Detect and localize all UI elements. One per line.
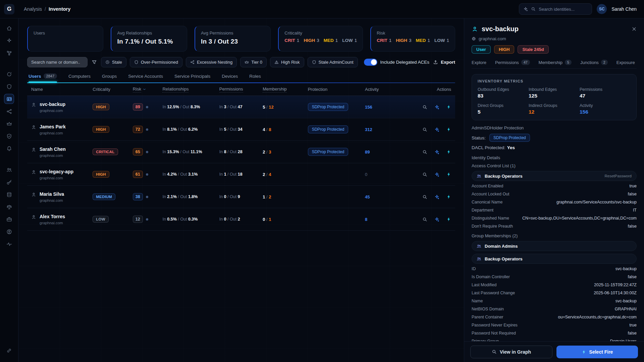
users-icon[interactable] bbox=[4, 165, 14, 175]
global-search[interactable] bbox=[519, 3, 592, 15]
tab-computers[interactable]: Computers bbox=[68, 73, 91, 82]
tab-groups[interactable]: Groups bbox=[102, 73, 117, 82]
inspect-icon[interactable] bbox=[422, 127, 427, 132]
filter-chip-stale-admincount[interactable]: Stale AdminCount bbox=[308, 57, 358, 67]
col-activity[interactable]: Activity bbox=[365, 87, 412, 92]
graph-view-icon[interactable] bbox=[434, 105, 439, 110]
row-name[interactable]: Alex Torres bbox=[40, 214, 65, 219]
inspect-icon[interactable] bbox=[422, 172, 427, 177]
link-icon[interactable] bbox=[4, 346, 14, 356]
col-permissions[interactable]: Permissions bbox=[219, 86, 263, 93]
bolt-icon[interactable] bbox=[446, 149, 451, 154]
inspect-icon[interactable] bbox=[422, 105, 427, 110]
alarm-icon[interactable] bbox=[4, 143, 14, 154]
detail-row: Don't Require Preauthfalse bbox=[472, 224, 637, 232]
account-icon[interactable] bbox=[4, 227, 14, 237]
acl-entry[interactable]: Backup Operators ResetPassword bbox=[472, 171, 637, 181]
inspect-icon[interactable] bbox=[422, 194, 427, 199]
shield-icon[interactable] bbox=[4, 81, 14, 92]
activity-link[interactable]: 89 bbox=[365, 149, 412, 155]
crown-icon[interactable] bbox=[4, 119, 14, 129]
database-icon[interactable] bbox=[4, 189, 14, 199]
filter-chip-stale[interactable]: Stale bbox=[101, 57, 126, 67]
filter-chip-over-permissioned[interactable]: Over-Permissioned bbox=[130, 57, 182, 67]
panel-tab-explore[interactable]: Explore bbox=[472, 60, 486, 65]
bolt-icon[interactable] bbox=[446, 127, 451, 132]
tab-service-accounts[interactable]: Service Accounts bbox=[128, 73, 163, 82]
history-icon[interactable] bbox=[4, 69, 14, 79]
inspect-icon[interactable] bbox=[422, 149, 427, 155]
group-membership[interactable]: Backup Operators bbox=[472, 254, 637, 264]
shield-check-icon[interactable] bbox=[4, 131, 14, 141]
row-name[interactable]: Maria Silva bbox=[40, 191, 64, 197]
key-icon[interactable] bbox=[4, 177, 14, 187]
activity-icon[interactable] bbox=[4, 239, 14, 249]
tab-users[interactable]: Users2847 bbox=[29, 73, 57, 82]
activity-link[interactable]: 45 bbox=[365, 194, 412, 199]
select-fire-button[interactable]: Select Fire bbox=[556, 346, 638, 358]
panel-tab-permissions[interactable]: Permissions47 bbox=[495, 60, 530, 65]
close-icon[interactable] bbox=[632, 26, 637, 32]
inspect-icon[interactable] bbox=[422, 217, 427, 222]
filter-chip-high-risk[interactable]: High Risk bbox=[270, 57, 304, 67]
tab-devices[interactable]: Devices bbox=[222, 73, 238, 82]
bolt-icon[interactable] bbox=[446, 105, 451, 109]
row-name[interactable]: James Park bbox=[40, 124, 66, 129]
criticality-badge: HIGH bbox=[93, 104, 109, 110]
group-membership[interactable]: Domain Admins bbox=[472, 241, 637, 251]
connections-icon[interactable] bbox=[4, 106, 14, 116]
table-row[interactable]: svc-legacy-app graphnai.com HIGH 61 In 4… bbox=[27, 163, 455, 186]
panel-tab-exposure[interactable]: Exposure1 bbox=[616, 60, 637, 65]
app-logo[interactable]: G bbox=[4, 4, 14, 14]
filter-chip-excessive-nesting[interactable]: Excessive Nesting bbox=[186, 57, 237, 67]
funnel-icon[interactable] bbox=[92, 60, 97, 65]
activity-link[interactable]: 0 bbox=[365, 172, 412, 177]
avatar[interactable]: SC bbox=[597, 4, 607, 14]
table-row[interactable]: Sarah Chen graphnai.com CRITICAL 65 In 1… bbox=[27, 141, 455, 163]
col-risk[interactable]: Risk bbox=[133, 86, 163, 93]
graph-view-icon[interactable] bbox=[434, 127, 439, 132]
filter-chip-tier-0[interactable]: Tier 0 bbox=[240, 57, 267, 67]
graph-icon[interactable] bbox=[4, 48, 14, 58]
col-name[interactable]: Name bbox=[31, 87, 93, 92]
activity-link[interactable]: 312 bbox=[365, 127, 412, 132]
briefcase-icon[interactable] bbox=[4, 214, 14, 224]
delegated-aces-toggle[interactable] bbox=[364, 59, 377, 66]
export-button[interactable]: Export bbox=[433, 60, 455, 65]
bolt-icon[interactable] bbox=[446, 217, 451, 222]
panel-tab-junctions[interactable]: Junctions2 bbox=[580, 60, 608, 65]
graph-view-icon[interactable] bbox=[434, 172, 439, 177]
sparkles-icon[interactable] bbox=[4, 36, 14, 46]
table-row[interactable]: Maria Silva graphnai.com MEDIUM 38 In 2.… bbox=[27, 186, 455, 208]
table-row[interactable]: svc-backup graphnai.com HIGH 89 In 12.5%… bbox=[27, 96, 455, 118]
col-relationships[interactable]: Relationships bbox=[162, 86, 219, 93]
activity-link[interactable]: 8 bbox=[365, 217, 412, 222]
row-domain: graphnai.com bbox=[40, 198, 64, 202]
table-row[interactable]: Alex Torres graphnai.com LOW 12 In 0.5% … bbox=[27, 208, 455, 231]
view-in-graph-button[interactable]: View in Graph bbox=[470, 346, 552, 358]
tab-roles[interactable]: Roles bbox=[249, 73, 261, 82]
row-name[interactable]: Sarah Chen bbox=[40, 146, 66, 152]
graph-view-icon[interactable] bbox=[434, 149, 439, 155]
breadcrumb-section[interactable]: Analysis bbox=[24, 6, 42, 12]
col-criticality[interactable]: Criticality bbox=[93, 87, 133, 92]
table-row[interactable]: James Park graphnai.com HIGH 72 In 8.1% … bbox=[27, 118, 455, 141]
row-name[interactable]: svc-legacy-app bbox=[40, 169, 73, 174]
col-membership[interactable]: Membership bbox=[263, 86, 308, 93]
scale-icon[interactable] bbox=[4, 202, 14, 212]
home-icon[interactable] bbox=[4, 23, 14, 33]
bolt-icon[interactable] bbox=[446, 172, 451, 177]
global-search-input[interactable] bbox=[539, 7, 582, 12]
search-icon bbox=[492, 349, 497, 354]
panel-footer: View in Graph Select Fire bbox=[464, 341, 644, 362]
graph-view-icon[interactable] bbox=[434, 217, 439, 222]
graph-view-icon[interactable] bbox=[434, 194, 439, 199]
tab-service-principals[interactable]: Service Principals bbox=[174, 73, 210, 82]
identity-card-icon[interactable] bbox=[4, 94, 14, 104]
activity-link[interactable]: 156 bbox=[365, 105, 412, 110]
table-search-input[interactable] bbox=[27, 57, 88, 67]
panel-tab-membership[interactable]: Membership5 bbox=[539, 60, 572, 65]
bolt-icon[interactable] bbox=[446, 194, 451, 199]
row-name[interactable]: svc-backup bbox=[40, 102, 65, 107]
col-protection[interactable]: Protection bbox=[308, 87, 365, 92]
